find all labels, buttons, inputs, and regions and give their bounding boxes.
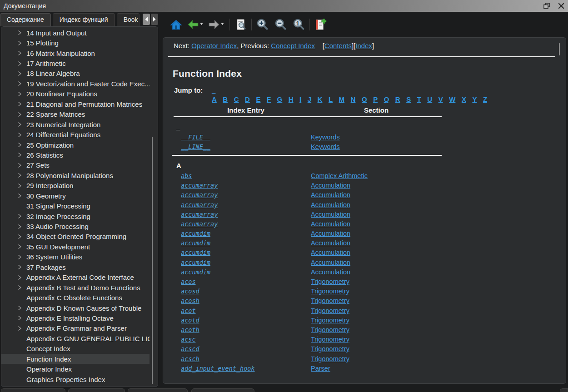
entry-link[interactable]: acos [181,278,196,285]
tree-item[interactable]: 31 Signal Processing [1,201,149,211]
section-link[interactable]: Accumulation [311,182,350,189]
tree-item[interactable]: 24 Differential Equations [1,129,149,139]
tree-item[interactable]: 34 Object Oriented Programming [1,232,149,242]
tree-item[interactable]: 36 System Utilities [1,252,149,262]
entry-link[interactable]: add_input_event_hook [181,365,255,372]
entry-link[interactable]: accumarray [181,211,218,218]
entry-link[interactable]: __FILE__ [181,134,210,141]
entry-link[interactable]: accumarray [181,220,218,228]
section-link[interactable]: Trigonometry [311,288,349,295]
jump-underscore-link[interactable]: _ [212,86,215,94]
entry-link[interactable]: abs [181,172,192,179]
section-link[interactable]: Accumulation [311,268,350,276]
letter-link[interactable]: Q [384,95,389,103]
back-history-dropdown[interactable] [200,23,204,27]
chevron-right-icon[interactable] [17,244,22,249]
entry-link[interactable]: acsch [181,355,199,362]
entry-link[interactable]: accumarray [181,201,218,208]
section-link[interactable]: Accumulation [311,201,350,208]
chevron-right-icon[interactable] [17,61,22,66]
letter-link[interactable]: R [395,95,400,103]
chevron-right-icon[interactable] [17,122,22,127]
close-button[interactable] [557,2,565,10]
section-link[interactable]: Accumulation [311,239,350,247]
entry-link[interactable]: accumdim [181,230,210,237]
letter-link[interactable]: Z [483,95,487,103]
letter-link[interactable]: K [318,95,323,103]
search-in-page-button[interactable] [234,18,247,31]
letter-link[interactable]: V [438,95,443,103]
back-button[interactable] [186,18,200,31]
entry-link[interactable]: acosd [181,288,199,295]
tree-item[interactable]: 21 Diagonal and Permutation Matrices [1,99,149,109]
letter-link[interactable]: U [427,95,432,103]
chevron-right-icon[interactable] [17,224,22,229]
home-button[interactable] [169,18,183,31]
letter-link[interactable]: D [245,95,250,103]
previous-link[interactable]: Concept Index [271,42,315,50]
section-link[interactable]: Trigonometry [311,345,349,352]
entry-link[interactable]: acosh [181,297,199,304]
chevron-right-icon[interactable] [17,40,22,46]
zoom-out-button[interactable] [274,18,287,31]
chevron-right-icon[interactable] [17,112,22,117]
tree-item[interactable]: Graphics Properties Index [1,374,149,384]
section-link[interactable]: Trigonometry [311,355,349,362]
section-link[interactable]: Accumulation [311,211,350,218]
tree-item[interactable]: 18 Linear Algebra [1,69,149,79]
chevron-right-icon[interactable] [17,30,22,35]
tree-item[interactable]: 16 Matrix Manipulation [1,48,149,58]
tree-item[interactable]: 37 Packages [1,262,149,272]
tree-item[interactable]: Appendix D Known Causes of Trouble [1,303,149,313]
chevron-right-icon[interactable] [17,193,22,198]
tree-item[interactable]: 22 Sparse Matrices [1,109,149,119]
section-link[interactable]: Accumulation [311,220,350,228]
tree-item[interactable]: 26 Statistics [1,150,149,160]
letter-link[interactable]: I [299,95,301,103]
chevron-right-icon[interactable] [17,152,22,158]
tree-item[interactable]: Appendix C Obsolete Functions [1,293,149,303]
tree-item[interactable]: Function Index [1,354,149,364]
entry-link[interactable]: accumdim [181,249,210,256]
entry-link[interactable]: acot [181,307,196,314]
section-link[interactable]: Trigonometry [311,336,349,343]
entry-link[interactable]: acsc [181,336,196,343]
letter-link[interactable]: G [277,95,283,103]
entry-link[interactable]: acscd [181,345,199,352]
chevron-right-icon[interactable] [17,285,22,290]
section-link[interactable]: Accumulation [311,191,350,198]
contents-link[interactable]: Contents [324,42,352,50]
chevron-right-icon[interactable] [17,234,22,239]
letter-link[interactable]: E [256,95,260,103]
letter-link[interactable]: A [212,95,217,103]
forward-history-dropdown[interactable] [221,23,225,27]
letter-link[interactable]: P [373,95,378,103]
tree-item[interactable]: 27 Sets [1,160,149,170]
letter-link[interactable]: N [351,95,356,103]
tree-item[interactable]: Concept Index [1,344,149,354]
entry-link[interactable]: acotd [181,317,199,324]
chevron-right-icon[interactable] [17,315,22,321]
chevron-right-icon[interactable] [17,326,22,331]
tree-item[interactable]: Appendix F Grammar and Parser [1,323,149,333]
tree-item[interactable]: 33 Audio Processing [1,221,149,231]
tree-item[interactable]: Appendix B Test and Demo Functions [1,283,149,293]
tree-item[interactable]: 30 Geometry [1,191,149,201]
section-link[interactable]: Trigonometry [311,297,349,304]
section-link[interactable]: Accumulation [311,230,350,237]
section-link[interactable]: Keywords [311,143,340,150]
tree-item[interactable]: Operator Index [1,364,149,374]
add-bookmark-button[interactable] [314,18,327,31]
index-link[interactable]: Index [355,42,372,50]
zoom-in-button[interactable] [255,18,269,31]
content-scrollbar[interactable] [559,43,560,55]
tree-item[interactable]: 29 Interpolation [1,181,149,191]
zoom-original-button[interactable]: 1 [292,18,305,31]
letter-link[interactable]: S [406,95,411,103]
tab-function-index[interactable]: Индекс функций [53,13,115,26]
tab-scroll-right-button[interactable] [151,14,158,25]
tab-scroll-left-button[interactable] [143,14,150,25]
tree-item[interactable]: Appendix A External Code Interface [1,273,149,283]
section-link[interactable]: Trigonometry [311,317,349,324]
float-button[interactable] [543,2,551,10]
